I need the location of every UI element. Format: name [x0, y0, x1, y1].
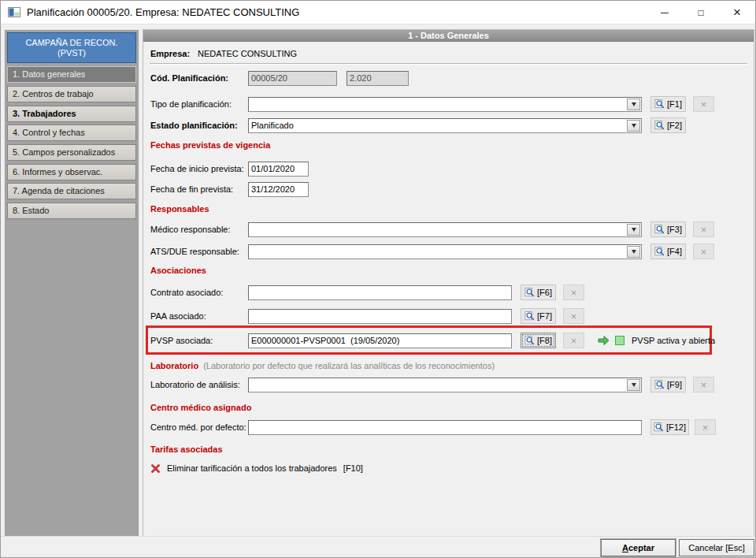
pvsp-asociada-input[interactable] — [248, 333, 512, 348]
empresa-label: Empresa: — [150, 49, 198, 58]
search-icon — [524, 311, 535, 322]
paa-asociado-input[interactable] — [248, 309, 512, 324]
search-key-label: [F6] — [537, 288, 552, 297]
eliminar-tarificacion-action[interactable]: Eliminar tarificación a todos los trabaj… — [150, 462, 363, 474]
sidebar-item-centros-de-trabajo[interactable]: 2. Centros de trabajo — [7, 86, 136, 102]
sidebar-header-line2: (PVST) — [57, 48, 86, 58]
medico-clear-button[interactable]: × — [693, 221, 714, 237]
section-laboratorio-hint: (Laboratorio por defecto que realizará l… — [203, 361, 495, 370]
combobox-dropdown-button[interactable] — [627, 224, 640, 236]
aceptar-button[interactable]: Aceptar — [601, 539, 676, 556]
tipo-planificacion-combobox[interactable] — [248, 97, 642, 112]
section-centro-medico: Centro médico asignado — [150, 403, 251, 414]
sidebar-header: CAMPAÑA DE RECON. (PVST) — [7, 32, 136, 63]
chevron-down-icon — [632, 124, 636, 128]
estado-search-button[interactable]: [F2] — [650, 117, 686, 133]
section-tarifas: Tarifas asociadas — [150, 445, 223, 456]
maximize-button[interactable]: □ — [683, 1, 719, 24]
cancelar-button[interactable]: Cancelar [Esc] — [679, 539, 754, 556]
sidebar-item-agenda-de-citaciones[interactable]: 7. Agenda de citaciones — [7, 183, 136, 199]
pvsp-asociada-label: PVSP asociada: — [150, 336, 248, 345]
sidebar: CAMPAÑA DE RECON. (PVST) 1. Datos genera… — [4, 29, 139, 538]
medico-responsable-label: Médico responsable: — [150, 225, 248, 234]
contrato-asociado-row: Contrato asociado: [F6] × — [150, 285, 584, 300]
sidebar-item-datos-generales[interactable]: 1. Datos generales — [7, 66, 136, 83]
laboratorio-analisis-combobox[interactable] — [248, 378, 642, 392]
section-responsables: Responsables — [150, 204, 209, 215]
sidebar-header-line1: CAMPAÑA DE RECON. — [25, 38, 117, 48]
title-bar: Planificación 00005/20. Empresa: NEDATEC… — [1, 1, 755, 24]
chevron-down-icon — [632, 383, 636, 387]
fecha-inicio-label: Fecha de inicio prevista: — [150, 164, 248, 173]
fecha-fin-row: Fecha de fin prevista: — [150, 181, 309, 197]
eliminar-tarificacion-key: [F10] — [343, 463, 363, 473]
combobox-dropdown-button[interactable] — [627, 99, 640, 110]
pvsp-asociada-row: PVSP asociada: [F8] × PVSP activa y abie… — [150, 333, 715, 348]
laboratorio-search-button[interactable]: [F9] — [650, 377, 686, 392]
tipo-clear-button[interactable]: × — [693, 96, 714, 112]
contrato-asociado-label: Contrato asociado: — [150, 288, 248, 297]
section-laboratorio: Laboratorio(Laboratorio por defecto que … — [150, 361, 495, 372]
tipo-search-button[interactable]: [F1] — [650, 96, 686, 112]
search-key-label: [F9] — [667, 380, 682, 389]
paa-asociado-label: PAA asociado: — [150, 311, 248, 321]
centro-medico-row: Centro méd. por defecto: [F12] × — [150, 419, 716, 435]
separator — [150, 63, 747, 65]
contrato-clear-button[interactable]: × — [563, 285, 584, 300]
pvsp-search-button[interactable]: [F8] — [521, 333, 556, 348]
search-icon — [654, 380, 665, 390]
aceptar-accel: A — [622, 543, 628, 552]
paa-search-button[interactable]: [F7] — [521, 308, 556, 324]
minimize-button[interactable] — [647, 1, 683, 24]
tipo-planificacion-row: Tipo de planificación: [F1] × — [150, 96, 714, 112]
combobox-dropdown-button[interactable] — [627, 246, 640, 258]
search-key-label: [F1] — [667, 99, 682, 109]
planificacion-window: Planificación 00005/20. Empresa: NEDATEC… — [0, 0, 756, 558]
laboratorio-clear-button[interactable]: × — [693, 377, 714, 392]
combobox-dropdown-button[interactable] — [627, 120, 640, 132]
page-title: 1 - Datos Generales — [143, 30, 754, 42]
ats-due-clear-button[interactable]: × — [693, 244, 714, 259]
window-title: Planificación 00005/20. Empresa: NEDATEC… — [27, 6, 299, 18]
estado-planificacion-combobox[interactable]: Planificado — [248, 118, 642, 133]
paa-clear-button[interactable]: × — [563, 308, 584, 324]
contrato-search-button[interactable]: [F6] — [521, 285, 556, 300]
combobox-dropdown-button[interactable] — [627, 379, 640, 391]
search-key-label: [F7] — [537, 311, 552, 321]
fecha-inicio-row: Fecha de inicio prevista: — [150, 161, 309, 177]
close-button[interactable]: × — [719, 1, 755, 24]
ats-due-search-button[interactable]: [F4] — [650, 244, 686, 259]
sidebar-item-informes-y-observac[interactable]: 6. Informes y observac. — [7, 164, 136, 180]
combobox-value — [249, 245, 626, 259]
fecha-inicio-input[interactable] — [248, 162, 309, 177]
fecha-fin-input[interactable] — [248, 182, 309, 197]
minimize-icon — [661, 13, 669, 13]
chevron-down-icon — [632, 250, 636, 254]
sidebar-item-control-y-fechas[interactable]: 4. Control y fechas — [7, 125, 136, 141]
medico-responsable-combobox[interactable] — [248, 222, 642, 237]
sidebar-item-campos-personalizados[interactable]: 5. Campos personalizados — [7, 144, 136, 161]
contrato-asociado-input[interactable] — [248, 285, 512, 300]
section-laboratorio-title: Laboratorio — [150, 361, 198, 370]
centro-medico-clear-button[interactable]: × — [695, 419, 716, 435]
search-icon — [654, 121, 665, 131]
estado-planificacion-row: Estado planificación: Planificado [F2] — [150, 117, 686, 133]
close-icon: × — [733, 5, 741, 20]
medico-search-button[interactable]: [F3] — [650, 221, 686, 237]
cod-planificacion-row: Cód. Planificación: — [150, 70, 409, 86]
combobox-value — [249, 98, 626, 111]
centro-medico-input[interactable] — [248, 420, 642, 435]
maximize-icon: □ — [698, 7, 703, 18]
aceptar-rest: ceptar — [628, 543, 654, 552]
green-square-icon — [615, 336, 624, 345]
pvsp-clear-button[interactable]: × — [563, 333, 584, 348]
ats-due-combobox[interactable] — [248, 244, 642, 259]
combobox-value — [249, 223, 626, 236]
sidebar-item-trabajadores[interactable]: 3. Trabajadores — [7, 106, 136, 122]
estado-planificacion-label: Estado planificación: — [150, 121, 248, 130]
centro-medico-search-button[interactable]: [F12] — [650, 419, 689, 435]
tipo-planificacion-label: Tipo de planificación: — [150, 99, 248, 109]
search-icon — [524, 336, 535, 346]
sidebar-item-estado[interactable]: 8. Estado — [7, 203, 136, 219]
medico-responsable-row: Médico responsable: [F3] × — [150, 221, 714, 237]
